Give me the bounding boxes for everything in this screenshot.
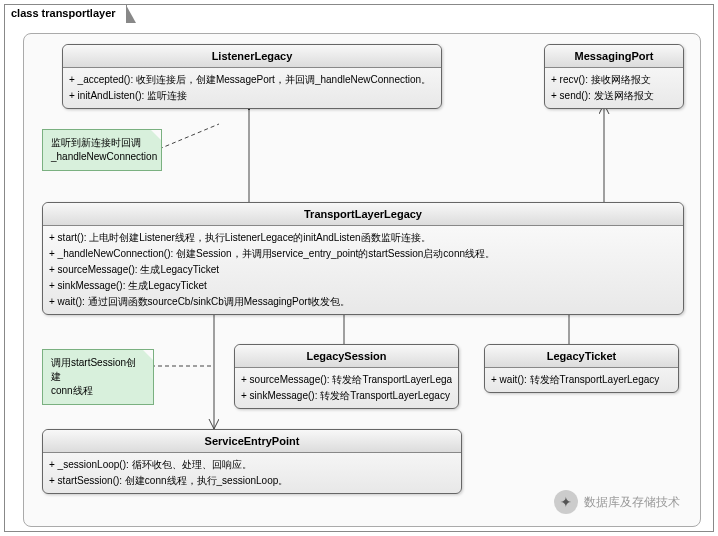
method: + startSession(): 创建conn线程，执行_sessionLoo… [49, 473, 455, 489]
class-title: ListenerLegacy [63, 45, 441, 68]
inner-frame: ListenerLegacy + _accepted(): 收到连接后，创建Me… [23, 33, 701, 527]
method: + _accepted(): 收到连接后，创建MessagePort，并回调_h… [69, 72, 435, 88]
note-line: conn线程 [51, 384, 145, 398]
method: + _sessionLoop(): 循环收包、处理、回响应。 [49, 457, 455, 473]
class-title: MessagingPort [545, 45, 683, 68]
watermark-text: 数据库及存储技术 [584, 494, 680, 511]
wechat-icon: ✦ [554, 490, 578, 514]
method: + wait(): 通过回调函数sourceCb/sinkCb调用Messagi… [49, 294, 677, 310]
class-transport-layer-legacy: TransportLayerLegacy + start(): 上电时创建Lis… [42, 202, 684, 315]
class-listener-legacy: ListenerLegacy + _accepted(): 收到连接后，创建Me… [62, 44, 442, 109]
class-messaging-port: MessagingPort + recv(): 接收网络报文 + send():… [544, 44, 684, 109]
class-legacy-ticket: LegacyTicket + wait(): 转发给TransportLayer… [484, 344, 679, 393]
class-title: LegacySession [235, 345, 458, 368]
method: + wait(): 转发给TransportLayerLegacy [491, 372, 672, 388]
diagram-title-tab: class transportlayer [4, 4, 127, 21]
method: + sinkMessage(): 生成LegacyTicket [49, 278, 677, 294]
method: + send(): 发送网络报文 [551, 88, 677, 104]
note-handle-new-connection: 监听到新连接时回调 _handleNewConnection [42, 129, 162, 171]
method: + initAndListen(): 监听连接 [69, 88, 435, 104]
class-body: + recv(): 接收网络报文 + send(): 发送网络报文 [545, 68, 683, 108]
method: + start(): 上电时创建Listener线程，执行ListenerLeg… [49, 230, 677, 246]
method: + _handleNewConnection(): 创建Session，并调用s… [49, 246, 677, 262]
method: + recv(): 接收网络报文 [551, 72, 677, 88]
class-title: ServiceEntryPoint [43, 430, 461, 453]
class-body: + start(): 上电时创建Listener线程，执行ListenerLeg… [43, 226, 683, 314]
class-title: LegacyTicket [485, 345, 678, 368]
class-body: + wait(): 转发给TransportLayerLegacy [485, 368, 678, 392]
method: + sinkMessage(): 转发给TransportLayerLegacy [241, 388, 452, 404]
outer-frame: ListenerLegacy + _accepted(): 收到连接后，创建Me… [4, 4, 714, 532]
note-start-session: 调用startSession创建 conn线程 [42, 349, 154, 405]
class-body: + _accepted(): 收到连接后，创建MessagePort，并回调_h… [63, 68, 441, 108]
note-line: 监听到新连接时回调 [51, 136, 153, 150]
class-body: + sourceMessage(): 转发给TransportLayerLega… [235, 368, 458, 408]
note-line: 调用startSession创建 [51, 356, 145, 384]
watermark: ✦ 数据库及存储技术 [554, 490, 680, 514]
class-title: TransportLayerLegacy [43, 203, 683, 226]
class-body: + _sessionLoop(): 循环收包、处理、回响应。 + startSe… [43, 453, 461, 493]
note-line: _handleNewConnection [51, 150, 153, 164]
svg-line-2 [159, 124, 219, 149]
method: + sourceMessage(): 生成LegacyTicket [49, 262, 677, 278]
class-service-entry-point: ServiceEntryPoint + _sessionLoop(): 循环收包… [42, 429, 462, 494]
method: + sourceMessage(): 转发给TransportLayerLega… [241, 372, 452, 388]
class-legacy-session: LegacySession + sourceMessage(): 转发给Tran… [234, 344, 459, 409]
